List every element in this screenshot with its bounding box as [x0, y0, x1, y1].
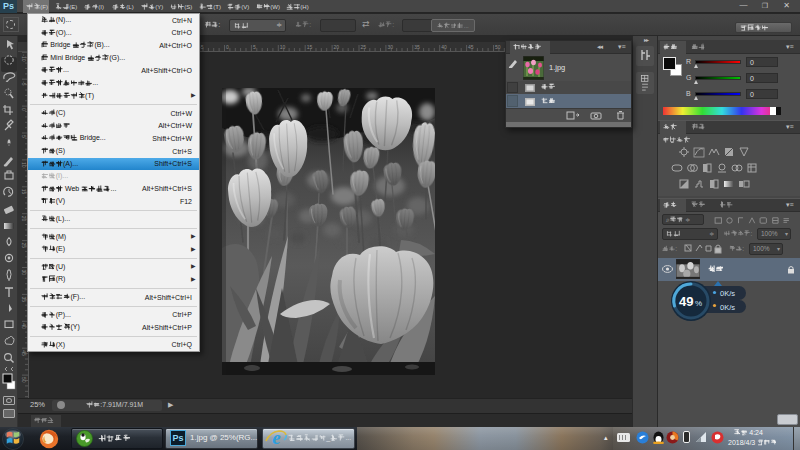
- svg-text:0K/s: 0K/s: [720, 289, 735, 298]
- svg-text:35: 35: [414, 44, 420, 50]
- svg-text:35: 35: [21, 296, 27, 302]
- svg-text:25: 25: [21, 243, 27, 249]
- svg-text:45: 45: [468, 44, 474, 50]
- svg-text:5: 5: [253, 44, 256, 50]
- svg-text:15: 15: [307, 44, 313, 50]
- svg-text:15: 15: [21, 189, 27, 195]
- svg-text:50: 50: [495, 44, 501, 50]
- svg-text:40: 40: [21, 323, 27, 329]
- svg-text:49: 49: [679, 294, 693, 309]
- svg-text:50: 50: [21, 377, 27, 383]
- svg-text:30: 30: [21, 270, 27, 276]
- svg-text:-5: -5: [21, 81, 27, 86]
- svg-text:0K/s: 0K/s: [720, 303, 735, 312]
- svg-text:0: 0: [21, 108, 27, 111]
- svg-text:%: %: [695, 299, 702, 308]
- svg-text:30: 30: [387, 44, 393, 50]
- svg-text:5: 5: [21, 135, 27, 138]
- svg-text:10: 10: [21, 162, 27, 168]
- svg-text:45: 45: [21, 350, 27, 356]
- svg-text:0: 0: [226, 44, 229, 50]
- svg-text:20: 20: [334, 44, 340, 50]
- svg-text:10: 10: [280, 44, 286, 50]
- svg-text:25: 25: [361, 44, 367, 50]
- svg-text:20: 20: [21, 216, 27, 222]
- svg-text:40: 40: [441, 44, 447, 50]
